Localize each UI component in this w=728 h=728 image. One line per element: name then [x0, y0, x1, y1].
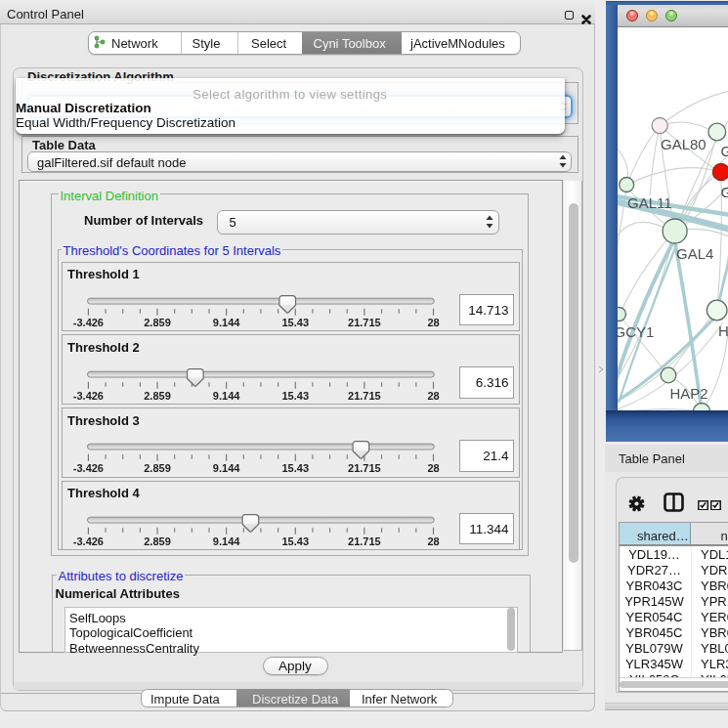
svg-text:2.859: 2.859 [144, 317, 171, 328]
svg-text:2.859: 2.859 [144, 463, 171, 475]
svg-text:21.715: 21.715 [348, 463, 381, 475]
svg-text:2.859: 2.859 [144, 535, 171, 547]
svg-text:GAL4: GAL4 [676, 245, 713, 262]
svg-text:HAP2: HAP2 [670, 385, 708, 402]
svg-text:GAL80: GAL80 [661, 136, 707, 152]
svg-text:HIS: HIS [718, 322, 728, 339]
svg-text:2.859: 2.859 [144, 390, 171, 402]
svg-text:9.144: 9.144 [213, 390, 240, 402]
svg-text:15.43: 15.43 [281, 317, 309, 328]
svg-text:-3.426: -3.426 [73, 390, 104, 402]
svg-text:GAL11: GAL11 [627, 194, 672, 211]
svg-text:-3.426: -3.426 [73, 463, 104, 475]
svg-text:-3.426: -3.426 [73, 317, 104, 328]
svg-text:15.43: 15.43 [281, 390, 309, 402]
svg-text:21.715: 21.715 [348, 317, 381, 328]
svg-text:GA: GA [721, 143, 728, 159]
svg-text:G: G [721, 184, 728, 200]
svg-text:21.715: 21.715 [348, 535, 381, 547]
svg-text:28: 28 [427, 463, 439, 475]
svg-text:15.43: 15.43 [281, 463, 309, 475]
svg-text:28: 28 [427, 390, 439, 402]
svg-text:15.43: 15.43 [281, 535, 309, 547]
svg-text:28: 28 [427, 535, 439, 547]
svg-text:28: 28 [427, 317, 439, 328]
svg-text:9.144: 9.144 [213, 463, 240, 475]
svg-text:9.144: 9.144 [213, 317, 240, 328]
svg-text:21.715: 21.715 [348, 390, 381, 402]
svg-text:9.144: 9.144 [213, 535, 240, 547]
svg-text:GCY1: GCY1 [618, 323, 654, 340]
svg-text:-3.426: -3.426 [73, 535, 104, 547]
